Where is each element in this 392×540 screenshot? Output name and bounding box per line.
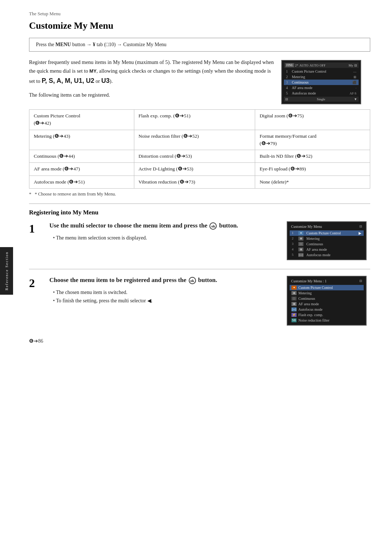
page-number: ❻➔86	[29, 338, 43, 344]
step-1-bullets: The menu item selection screen is displa…	[49, 234, 279, 242]
items-table: Custom Picture Control(❻➔42) Flash exp. …	[29, 109, 370, 189]
cam3-afo-icon: ▷◁	[291, 307, 297, 311]
camera-bottom-bar: ⊟ Single ▼	[284, 97, 359, 102]
intro-paragraph-1: Register frequently used menu items in M…	[29, 58, 274, 86]
camera-menu-item-2: 2 Metering ⊞	[284, 74, 359, 80]
cam-title-1: Customize My Menu ⊟	[290, 224, 364, 229]
cam-row-2: 2 ⊕ Metering	[290, 236, 364, 241]
camera-screen-step2: Customize My Menu : 1 ⊟ ✦ Custom Picture…	[287, 276, 367, 326]
table-cell: Eye-Fi upload (❻➔89)	[255, 163, 370, 176]
cam-title-label-2: Customize My Menu : 1	[291, 279, 327, 283]
camera-display-1: FINE 2* AUTO AUTO OFF My ⊟ 1 Custom Pict…	[281, 60, 361, 104]
cam3-row-6: ⚡ Flash exp. comp.	[290, 312, 364, 318]
table-cell: Metering (❻➔43)	[29, 130, 134, 150]
section-title-registering: Registering into My Menu	[29, 209, 370, 216]
cam-row-4: 4 ⊞ AF area mode	[290, 247, 364, 252]
step-2-bullet-1: The chosen menu item is switched.	[53, 288, 279, 297]
page-bottom: ❻➔86	[29, 334, 370, 344]
page-title: Customize My Menu	[29, 20, 370, 31]
ok-button-icon-1: ok	[209, 222, 217, 230]
table-cell: Active D-Lighting (❻➔53)	[134, 163, 255, 176]
table-row: Autofocus mode (❻➔51) Vibration reductio…	[29, 176, 370, 188]
cam-cont-icon: □	[298, 242, 303, 246]
intro-text: Register frequently used menu items in M…	[29, 58, 274, 104]
step-2-screen: Customize My Menu : 1 ⊟ ✦ Custom Picture…	[287, 276, 370, 326]
cam3-flash-icon: ⚡	[291, 313, 297, 317]
cam3-nr-icon: NR	[291, 318, 297, 322]
cam-row-3: 3 □ Continuous	[290, 241, 364, 247]
reference-section-label: Reference Section	[5, 251, 9, 290]
table-row: Continuous (❻➔44) Distortion control (❻➔…	[29, 150, 370, 163]
step-1-screen: Customize My Menu ⊟ 1 ✦ Custom Picture C…	[287, 221, 370, 260]
cam3-pic-icon: ✦	[291, 286, 297, 290]
table-row: Metering (❻➔43) Noise reduction filter (…	[29, 130, 370, 150]
cam3-af-icon: ⊞	[291, 302, 297, 306]
cam-af-icon: ⊞	[298, 247, 303, 251]
cam-afo-icon: ▷◁	[298, 253, 303, 257]
camera-top-bar: FINE 2* AUTO AUTO OFF My ⊟	[284, 63, 359, 68]
cam-icon-2: ⊟	[359, 279, 362, 283]
table-cell: Continuous (❻➔44)	[29, 150, 134, 163]
page-container: Reference Section The Setup Menu Customi…	[0, 0, 392, 540]
table-cell: Distortion control (❻➔53)	[134, 150, 255, 163]
cam-row-1: 1 ✦ Custom Picture Control ▶	[290, 230, 364, 236]
step-2: 2 Choose the menu item to be registered …	[29, 276, 370, 326]
table-cell: Autofocus mode (❻➔51)	[29, 176, 134, 188]
table-cell: Vibration reduction (❻➔73)	[134, 176, 255, 188]
intro-paragraph-2: The following items can be registered.	[29, 91, 274, 100]
intro-content-row: Register frequently used menu items in M…	[29, 58, 370, 104]
cam-icon-1: ⊟	[359, 225, 362, 228]
instruction-text: Press the MENU button → ¥ tab (□10) → Cu…	[36, 42, 167, 47]
table-cell: Built-in ND filter (❻➔52)	[255, 150, 370, 163]
step-2-number: 2	[29, 277, 42, 289]
cam3-row-1: ✦ Custom Picture Control	[290, 285, 364, 290]
cam-title-2: Customize My Menu : 1 ⊟	[290, 278, 364, 284]
table-cell: Custom Picture Control(❻➔42)	[29, 110, 134, 130]
top-label: The Setup Menu	[29, 11, 370, 17]
cam3-cont-icon: □	[291, 297, 297, 301]
step-1-header: Use the multi selector to choose the men…	[49, 221, 279, 230]
camera-menu-item-3-selected: 3 Continuous ⬛	[284, 80, 359, 85]
cam-meter-icon: ⊕	[298, 237, 303, 241]
camera-menu-item-5: 5 Autofocus mode AF·S	[284, 90, 359, 96]
table-cell: AF area mode (❻➔47)	[29, 163, 134, 176]
table-row: Custom Picture Control(❻➔42) Flash exp. …	[29, 110, 370, 130]
table-cell: Format memory/Format card(❻➔79)	[255, 130, 370, 150]
cam3-row-2: ⊕ Metering	[290, 290, 364, 296]
camera-screen-1: FINE 2* AUTO AUTO OFF My ⊟ 1 Custom Pict…	[281, 60, 370, 104]
instruction-box: Press the MENU button → ¥ tab (□10) → Cu…	[29, 38, 370, 52]
section-divider	[29, 203, 370, 204]
quality-label: FINE	[285, 63, 294, 67]
step-1-bullet-1: The menu item selection screen is displa…	[53, 234, 279, 242]
table-cell: Digital zoom (❻➔75)	[255, 110, 370, 130]
camera-screen-step1: Customize My Menu ⊟ 1 ✦ Custom Picture C…	[287, 221, 367, 260]
step-2-content: Choose the menu item to be registered an…	[49, 276, 279, 305]
step-2-bullet-2: To finish the setting, press the multi s…	[53, 297, 279, 305]
step-1-number: 1	[29, 223, 42, 234]
cam-pic-icon-1: ✦	[298, 231, 303, 235]
cam3-row-5: ▷◁ Autofocus mode	[290, 307, 364, 312]
step-2-bullets: The chosen menu item is switched. To fin…	[49, 288, 279, 306]
step-1-content: Use the multi selector to choose the men…	[49, 221, 279, 242]
table-cell: None (delete)*	[255, 176, 370, 188]
table-footnote: * * Choose to remove an item from My Men…	[29, 192, 370, 197]
cam-row-5: 5 ▷◁ Autofocus mode	[290, 252, 364, 258]
table-cell: Flash exp. comp. (❻➔51)	[134, 110, 255, 130]
cam3-meter-icon: ⊕	[291, 291, 297, 295]
camera-menu-item-4: 4 AF area mode ·	[284, 85, 359, 90]
step-2-header: Choose the menu item to be registered an…	[49, 276, 279, 285]
cam-title-label-1: Customize My Menu	[291, 225, 322, 229]
step-divider	[29, 269, 370, 269]
step-1: 1 Use the multi selector to choose the m…	[29, 221, 370, 260]
ok-button-icon-2: ok	[189, 277, 196, 284]
cam3-row-4: ⊞ AF area mode	[290, 301, 364, 307]
table-cell: Noise reduction filter (❻➔52)	[134, 130, 255, 150]
camera-menu-item-1: 1 Custom Picture Control —	[284, 69, 359, 74]
cam3-row-7: NR Noise reduction filter	[290, 318, 364, 323]
table-row: AF area mode (❻➔47) Active D-Lighting (❻…	[29, 163, 370, 176]
reference-section-sidebar: Reference Section	[0, 247, 13, 295]
cam3-row-3: □ Continuous	[290, 296, 364, 301]
